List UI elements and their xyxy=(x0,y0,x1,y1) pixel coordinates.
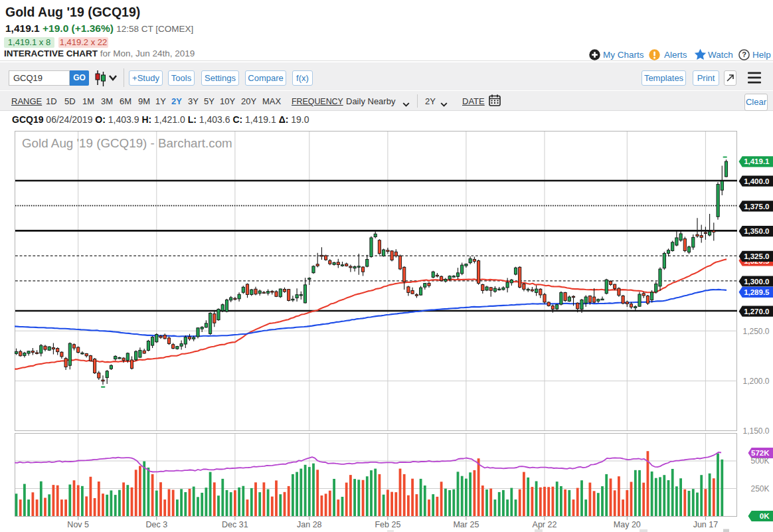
svg-text:May 20: May 20 xyxy=(614,520,641,529)
svg-text:Feb 25: Feb 25 xyxy=(375,520,400,529)
svg-text:1,289.5: 1,289.5 xyxy=(744,288,770,296)
svg-text:1,250.0: 1,250.0 xyxy=(742,327,769,336)
svg-text:Dec 31: Dec 31 xyxy=(222,520,248,529)
svg-text:1,375.0: 1,375.0 xyxy=(744,203,769,211)
svg-text:Mar 25: Mar 25 xyxy=(453,520,479,529)
svg-text:1,350.0: 1,350.0 xyxy=(744,227,769,235)
svg-text:1,150.0: 1,150.0 xyxy=(742,426,769,436)
svg-text:1,325.0: 1,325.0 xyxy=(744,252,769,260)
svg-text:1,270.0: 1,270.0 xyxy=(744,308,769,315)
svg-text:Dec 3: Dec 3 xyxy=(145,520,167,529)
svg-text:250K: 250K xyxy=(750,484,769,493)
svg-text:1,300.0: 1,300.0 xyxy=(744,278,769,286)
svg-text:Apr 22: Apr 22 xyxy=(533,520,557,529)
svg-text:572K: 572K xyxy=(751,449,770,457)
svg-text:0K: 0K xyxy=(760,512,770,520)
svg-text:Jun 17: Jun 17 xyxy=(693,520,719,529)
svg-text:1,400.0: 1,400.0 xyxy=(744,177,769,185)
svg-text:Jan 28: Jan 28 xyxy=(297,520,322,529)
svg-text:1,200.0: 1,200.0 xyxy=(742,377,769,386)
svg-text:1,419.1: 1,419.1 xyxy=(744,157,770,165)
svg-text:Gold Aug '19 (GCQ19) - Barchar: Gold Aug '19 (GCQ19) - Barchart.com xyxy=(22,136,232,150)
svg-text:500K: 500K xyxy=(750,456,769,466)
svg-text:Nov 5: Nov 5 xyxy=(67,520,89,529)
